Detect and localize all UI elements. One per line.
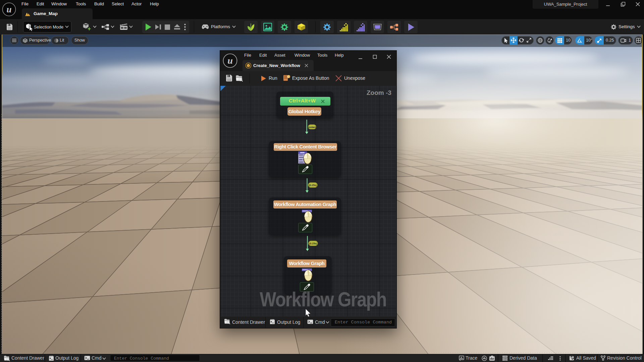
- svg-text:u: u: [6, 4, 11, 14]
- svg-text:u: u: [227, 55, 233, 66]
